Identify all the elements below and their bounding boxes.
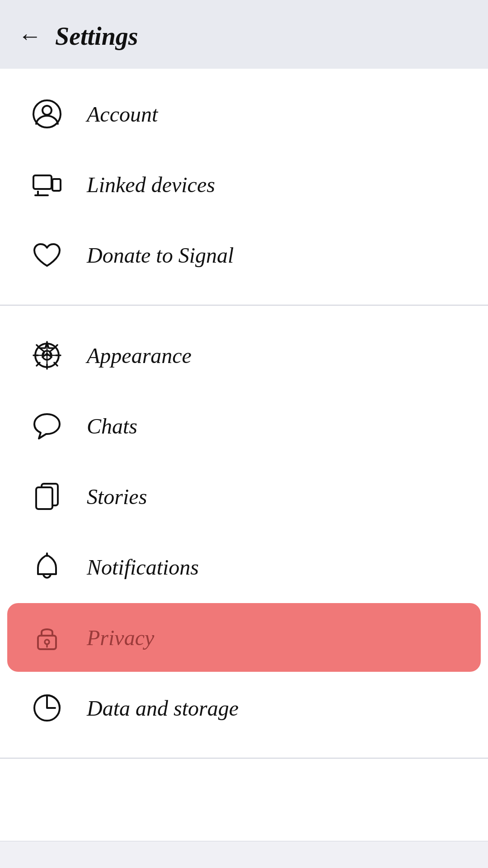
back-button[interactable]: ← <box>18 24 42 48</box>
page-title: Settings <box>55 22 138 51</box>
back-arrow-icon: ← <box>18 24 42 48</box>
account-icon <box>29 96 65 132</box>
data-storage-label: Data and storage <box>87 696 239 721</box>
svg-rect-3 <box>52 179 61 191</box>
settings-item-privacy[interactable]: Privacy <box>7 603 481 672</box>
linked-devices-label: Linked devices <box>87 172 215 197</box>
stories-icon <box>29 478 65 514</box>
section-divider <box>0 305 488 306</box>
svg-point-1 <box>42 106 52 115</box>
settings-item-donate[interactable]: Donate to Signal <box>7 221 481 289</box>
section-2: Appearance Chats Stories Notific <box>0 310 488 753</box>
donate-icon <box>29 237 65 273</box>
settings-item-data-storage[interactable]: Data and storage <box>7 674 481 742</box>
settings-item-appearance[interactable]: Appearance <box>7 321 481 390</box>
data-storage-icon <box>29 690 65 726</box>
settings-item-chats[interactable]: Chats <box>7 392 481 460</box>
settings-header: ← Settings <box>0 0 488 69</box>
section-1: Account Linked devices Donate to Signal <box>0 69 488 300</box>
account-label: Account <box>87 102 158 127</box>
settings-item-stories[interactable]: Stories <box>7 462 481 531</box>
svg-rect-2 <box>33 175 52 189</box>
stories-label: Stories <box>87 484 147 509</box>
svg-rect-9 <box>36 487 52 509</box>
notifications-label: Notifications <box>87 555 199 580</box>
privacy-label: Privacy <box>87 625 154 650</box>
donate-label: Donate to Signal <box>87 243 234 268</box>
appearance-label: Appearance <box>87 343 192 368</box>
chats-label: Chats <box>87 414 137 439</box>
settings-item-linked-devices[interactable]: Linked devices <box>7 150 481 219</box>
settings-item-notifications[interactable]: Notifications <box>7 533 481 601</box>
bottom-bar <box>0 841 488 868</box>
chats-icon <box>29 408 65 444</box>
linked-devices-icon <box>29 166 65 203</box>
appearance-icon <box>29 337 65 373</box>
settings-item-account[interactable]: Account <box>7 80 481 148</box>
privacy-icon <box>29 619 65 656</box>
notifications-icon <box>29 549 65 585</box>
bottom-divider <box>0 758 488 759</box>
